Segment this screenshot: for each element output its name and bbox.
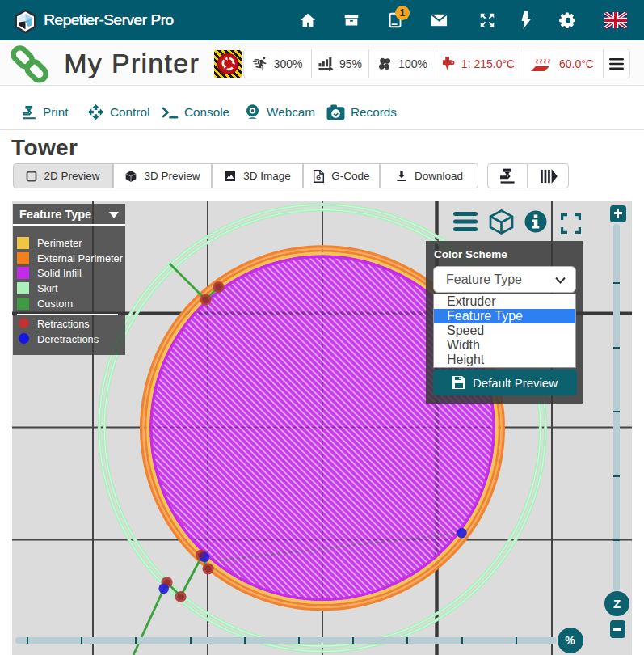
- svg-text:G: G: [317, 174, 322, 181]
